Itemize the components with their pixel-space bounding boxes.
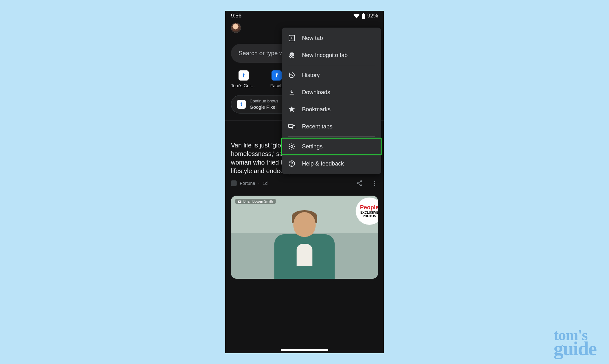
article-source: Fortune — [240, 181, 255, 186]
svg-point-6 — [374, 183, 375, 184]
shortcut-label: Tom's Guid… — [231, 83, 256, 88]
meta-sep: · — [258, 181, 259, 186]
svg-point-5 — [374, 181, 375, 182]
svg-point-15 — [291, 146, 293, 147]
profile-avatar[interactable] — [231, 23, 241, 33]
menu-label: Help & feedback — [302, 160, 344, 167]
people-badge: People EXCLUSIVE PHOTOS — [356, 198, 378, 225]
shortcut-label: Faceb — [271, 83, 283, 88]
svg-point-3 — [357, 183, 359, 185]
menu-bookmarks[interactable]: Bookmarks — [282, 101, 381, 118]
menu-divider — [288, 65, 375, 65]
photo-credit: Brian Bowen Smith — [235, 199, 276, 204]
badge-line2: PHOTOS — [363, 214, 376, 218]
menu-label: Settings — [302, 143, 323, 150]
watermark-line2: guide — [553, 340, 596, 358]
incognito-icon — [288, 51, 296, 59]
svg-rect-1 — [363, 13, 364, 14]
svg-rect-13 — [289, 124, 293, 127]
svg-point-11 — [290, 55, 291, 57]
favicon-facebook: f — [272, 70, 282, 81]
svg-point-2 — [360, 180, 362, 182]
menu-history[interactable]: History — [282, 67, 381, 84]
camera-icon — [238, 200, 242, 203]
more-vert-icon[interactable] — [371, 180, 378, 187]
svg-point-7 — [374, 185, 375, 186]
badge-line1: EXCLUSIVE — [360, 211, 378, 214]
source-favicon — [231, 180, 237, 186]
status-right: 92% — [353, 13, 378, 19]
menu-divider — [288, 136, 375, 137]
star-icon — [288, 106, 296, 113]
menu-label: History — [302, 72, 320, 79]
history-icon — [288, 71, 296, 79]
svg-point-9 — [239, 201, 240, 202]
phone-screenshot: 9:56 92% Search or type w t Tom's Guid… … — [225, 11, 384, 353]
favicon-continue: t — [237, 100, 246, 109]
menu-label: New Incognito tab — [302, 52, 348, 59]
continue-line1: Continue brows — [250, 99, 278, 104]
search-placeholder: Search or type w — [239, 50, 284, 57]
continue-line2: Google Pixel — [250, 104, 278, 110]
share-icon[interactable] — [356, 180, 363, 187]
menu-label: Bookmarks — [302, 106, 331, 113]
shortcut-toms-guide[interactable]: t Tom's Guid… — [231, 70, 256, 88]
menu-recent-tabs[interactable]: Recent tabs — [282, 118, 381, 135]
svg-point-17 — [291, 165, 292, 166]
menu-label: Recent tabs — [302, 123, 332, 130]
battery-icon — [362, 13, 365, 19]
svg-rect-0 — [362, 14, 365, 19]
svg-point-12 — [292, 55, 294, 57]
overflow-menu: New tab New Incognito tab History Downlo… — [282, 28, 381, 174]
article-meta: Fortune · 1d — [231, 175, 378, 187]
battery-percent: 92% — [367, 13, 378, 19]
menu-help[interactable]: Help & feedback — [282, 155, 381, 172]
gear-icon — [288, 143, 296, 150]
photo-credit-text: Brian Bowen Smith — [243, 199, 273, 203]
help-icon — [288, 160, 296, 167]
favicon-toms-guide: t — [239, 70, 249, 81]
plus-square-icon — [288, 34, 296, 42]
continue-text: Continue brows Google Pixel — [250, 99, 278, 110]
menu-label: Downloads — [302, 89, 330, 96]
menu-new-tab[interactable]: New tab — [282, 29, 381, 47]
watermark-logo: tom's guide — [553, 328, 596, 358]
wifi-icon — [353, 13, 360, 18]
svg-point-4 — [360, 185, 362, 186]
nav-handle[interactable] — [281, 349, 328, 351]
discover-image-card[interactable]: Brian Bowen Smith People EXCLUSIVE PHOTO… — [231, 196, 378, 279]
menu-incognito[interactable]: New Incognito tab — [282, 47, 381, 64]
download-icon — [288, 88, 296, 96]
badge-brand: People — [360, 205, 378, 211]
menu-settings[interactable]: Settings — [282, 138, 381, 155]
menu-downloads[interactable]: Downloads — [282, 84, 381, 101]
devices-icon — [288, 123, 296, 130]
status-bar: 9:56 92% — [225, 11, 384, 20]
status-time: 9:56 — [231, 13, 241, 19]
person-illustration — [273, 209, 336, 279]
article-age: 1d — [263, 181, 268, 186]
menu-label: New tab — [302, 35, 323, 42]
